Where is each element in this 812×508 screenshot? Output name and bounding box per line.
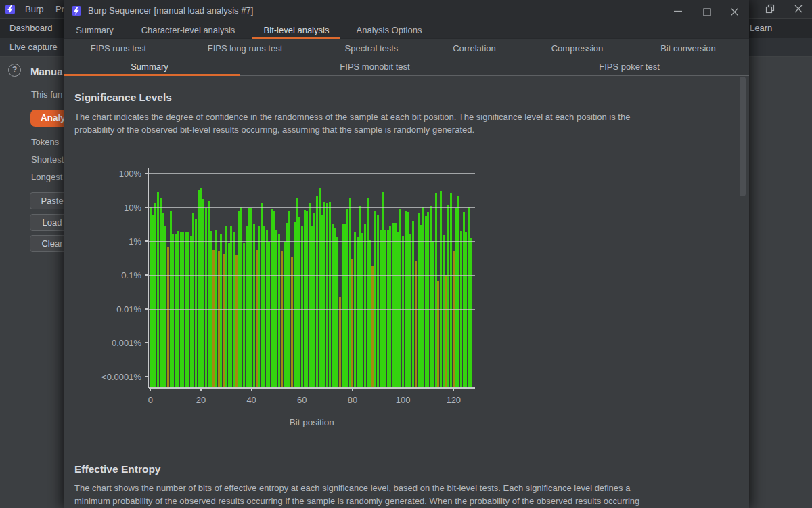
subtab-live-capture[interactable]: Live capture (9, 38, 58, 57)
svg-text:Bit position: Bit position (290, 417, 334, 427)
svg-text:0.1%: 0.1% (121, 270, 141, 280)
significance-levels-chart: 100%10%1%0.1%0.01%0.001%<0.0001%02040608… (64, 0, 749, 508)
panel-description: This fun (31, 89, 62, 100)
stat-tokens-label: Tokens (31, 137, 59, 147)
sequencer-analysis-window: Burp Sequencer [manual load analysis #7]… (64, 0, 749, 508)
menu-burp[interactable]: Burp (25, 0, 43, 19)
vertical-scrollbar[interactable] (740, 77, 746, 196)
help-icon[interactable]: ? (8, 64, 21, 77)
panel-heading-manual-load: Manua (30, 66, 63, 77)
bg-restore-icon[interactable] (765, 4, 775, 17)
svg-text:0.001%: 0.001% (112, 338, 142, 348)
svg-text:60: 60 (297, 395, 307, 405)
svg-text:100%: 100% (119, 169, 142, 179)
menu-learn[interactable]: Learn (750, 19, 772, 38)
svg-text:20: 20 (196, 395, 206, 405)
stat-longest-label: Longest (31, 172, 62, 182)
effective-entropy-description: The chart shows the number of bits of ef… (74, 482, 751, 507)
section-title-effective-entropy: Effective Entropy (74, 463, 160, 475)
burp-app-icon (5, 5, 15, 14)
svg-text:120: 120 (446, 395, 461, 405)
svg-text:<0.0001%: <0.0001% (102, 372, 141, 382)
tab-dashboard[interactable]: Dashboard (9, 19, 53, 38)
stat-shortest-label: Shortest (31, 154, 64, 165)
svg-text:0: 0 (148, 395, 153, 405)
bg-close-icon[interactable] (794, 4, 803, 16)
svg-text:80: 80 (348, 395, 357, 405)
svg-text:40: 40 (246, 395, 256, 405)
svg-text:1%: 1% (129, 236, 141, 247)
svg-text:100: 100 (396, 395, 411, 405)
svg-text:0.01%: 0.01% (116, 304, 141, 314)
scrollpane-border (738, 76, 738, 508)
svg-text:10%: 10% (124, 203, 141, 213)
